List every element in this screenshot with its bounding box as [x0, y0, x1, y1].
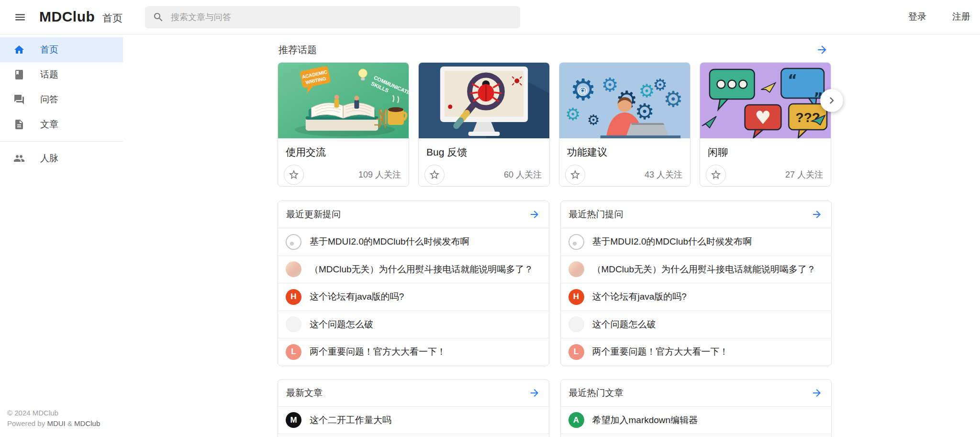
question-list-item[interactable]: H 这个论坛有java版的吗? [278, 283, 549, 311]
sidebar-item-questions[interactable]: 问答 [0, 87, 123, 112]
ampersand-text: & [66, 419, 74, 427]
app-logo[interactable]: MDClub [39, 9, 95, 25]
topic-card-chitchat[interactable]: “ ” ♥ ??? 闲聊 27 人关注 [700, 62, 831, 187]
recent-questions-more-arrow-icon[interactable] [527, 207, 542, 222]
svg-text:⚙: ⚙ [663, 86, 683, 112]
svg-text:♥: ♥ [755, 107, 771, 128]
search-input[interactable] [171, 12, 512, 22]
avatar: A [568, 412, 584, 428]
panel-title: 最近热门文章 [569, 387, 624, 399]
sidebar-divider [0, 141, 123, 142]
question-title: 这个问题怎么破 [592, 318, 656, 331]
avatar: M [286, 412, 301, 428]
topic-card-usage[interactable]: ACADEMIC WRITING COMMUNICATION SKILLS 使用… [278, 62, 409, 187]
hot-questions-more-arrow-icon[interactable] [809, 207, 824, 222]
question-list-item[interactable]: 这个问题怎么破 [561, 311, 832, 338]
question-title: 这个问题怎么破 [310, 318, 373, 331]
topic-card-bug-feedback[interactable]: Bug 反馈 60 人关注 [418, 62, 550, 187]
carousel-next-button[interactable] [820, 89, 843, 112]
site-footer: © 2024 MDClub Powered by MDUI & MDClub [7, 408, 100, 429]
follow-star-button[interactable] [565, 165, 585, 185]
question-list-item[interactable]: （MDClub无关）为什么用熨斗接电话就能说明喝多了？ [278, 256, 549, 283]
svg-text:???: ??? [796, 110, 820, 125]
avatar [286, 234, 301, 250]
article-list-item-partial [278, 434, 549, 437]
follower-count: 60 人关注 [504, 169, 542, 180]
avatar [286, 261, 301, 277]
follower-count: 43 人关注 [645, 169, 682, 180]
topic-card-title: 闲聊 [700, 138, 831, 159]
follow-star-button[interactable] [284, 165, 304, 185]
sidebar-item-articles[interactable]: 文章 [0, 112, 123, 137]
sidebar-item-home[interactable]: 首页 [0, 37, 123, 62]
svg-text:“: “ [788, 71, 797, 88]
star-border-icon [710, 169, 722, 180]
bug-magnifier-illustration [419, 63, 549, 138]
sidebar-item-people[interactable]: 人脉 [0, 146, 123, 171]
follow-star-button[interactable] [424, 165, 445, 185]
svg-text:⚙: ⚙ [587, 112, 600, 128]
login-button[interactable]: 登录 [908, 11, 926, 23]
latest-articles-panel: 最新文章 M 这个二开工作量大吗 [278, 379, 549, 437]
article-title: 希望加入markdown编辑器 [592, 414, 698, 426]
question-title: 这个论坛有java版的吗? [592, 291, 687, 303]
sidebar-item-topics[interactable]: 话题 [0, 62, 123, 87]
avatar [568, 261, 584, 277]
sidebar-item-label: 问答 [40, 93, 58, 106]
question-title: 这个论坛有java版的吗? [310, 291, 404, 303]
chevron-right-icon [825, 94, 838, 107]
article-list-item-partial [561, 434, 832, 437]
topic-card-feature-suggestion[interactable]: ⚙ ⚙ ⚙ ⚙ ⚙ ⚙ ⚙ ⚙ ⚙ @ [559, 62, 690, 187]
question-title: 基于MDUI2.0的MDClub什么时候发布啊 [592, 235, 752, 248]
hot-articles-more-arrow-icon[interactable] [809, 385, 824, 401]
question-title: 基于MDUI2.0的MDClub什么时候发布啊 [310, 235, 469, 248]
hot-questions-panel: 最近热门提问 基于MDUI2.0的MDClub什么时候发布啊 （MDClub无关… [560, 201, 832, 366]
question-list-item[interactable]: 基于MDUI2.0的MDClub什么时候发布啊 [561, 228, 832, 256]
star-border-icon [288, 169, 300, 180]
sidebar-item-label: 话题 [40, 68, 58, 81]
mdui-link[interactable]: MDUI [47, 419, 65, 427]
avatar: H [568, 289, 584, 305]
question-list-item[interactable]: L 两个重要问题！官方大大看一下！ [561, 338, 832, 366]
question-list-item[interactable]: 这个问题怎么破 [278, 311, 549, 338]
star-border-icon [429, 169, 440, 180]
topic-card-title: 使用交流 [278, 138, 409, 159]
hamburger-menu-icon[interactable] [11, 8, 30, 27]
svg-text:⚙: ⚙ [565, 104, 580, 124]
question-title: 两个重要问题！官方大大看一下！ [592, 346, 729, 358]
article-list-item[interactable]: A 希望加入markdown编辑器 [561, 406, 832, 434]
mdclub-link[interactable]: MDClub [74, 419, 100, 427]
avatar: H [286, 289, 301, 305]
follower-count: 109 人关注 [358, 169, 401, 180]
recent-questions-panel: 最近更新提问 基于MDUI2.0的MDClub什么时候发布啊 （MDClub无关… [278, 201, 549, 366]
avatar [568, 234, 584, 250]
question-title: （MDClub无关）为什么用熨斗接电话就能说明喝多了？ [592, 263, 816, 276]
question-title: （MDClub无关）为什么用熨斗接电话就能说明喝多了？ [310, 263, 534, 276]
question-title: 两个重要问题！官方大大看一下！ [310, 346, 446, 358]
follow-star-button[interactable] [706, 165, 726, 185]
recommended-topics-title: 推荐话题 [278, 44, 317, 56]
panel-title: 最新文章 [286, 387, 323, 399]
article-list-item[interactable]: M 这个二开工作量大吗 [278, 406, 549, 434]
panel-title: 最近热门提问 [569, 208, 624, 221]
question-list-item[interactable]: 基于MDUI2.0的MDClub什么时候发布啊 [278, 228, 549, 256]
question-list-item[interactable]: （MDClub无关）为什么用熨斗接电话就能说明喝多了？ [561, 256, 832, 283]
topnav-home[interactable]: 首页 [102, 11, 122, 25]
books-study-illustration: ACADEMIC WRITING COMMUNICATION SKILLS [278, 63, 409, 138]
sidebar-item-label: 人脉 [40, 152, 58, 165]
search-bar[interactable] [145, 6, 520, 28]
search-icon [153, 11, 164, 23]
people-icon [13, 153, 25, 164]
sidebar-item-label: 首页 [40, 44, 58, 56]
svg-text:@: @ [578, 85, 588, 97]
question-list-item[interactable]: H 这个论坛有java版的吗? [561, 283, 832, 311]
latest-articles-more-arrow-icon[interactable] [527, 385, 542, 401]
recommended-topics-more-arrow-icon[interactable] [814, 42, 830, 57]
topic-card-title: Bug 反馈 [419, 138, 549, 159]
sidebar-item-label: 文章 [40, 118, 58, 131]
article-title: 这个二开工作量大吗 [310, 414, 391, 426]
sidebar: 首页 话题 问答 文章 人脉 © 2024 MDClub Powered by … [0, 34, 123, 437]
question-list-item[interactable]: L 两个重要问题！官方大大看一下！ [278, 338, 549, 366]
register-button[interactable]: 注册 [952, 11, 970, 23]
topic-card-title: 功能建议 [559, 138, 690, 159]
